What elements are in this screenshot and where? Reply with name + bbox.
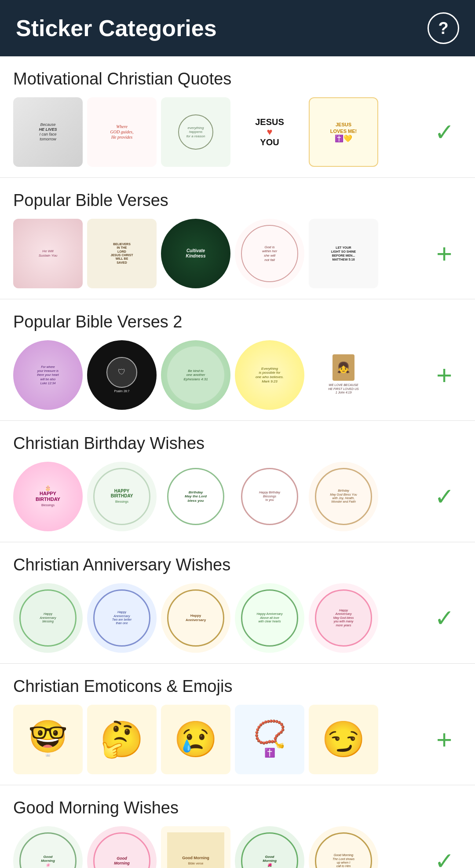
sticker-item[interactable]: CultivateKindness <box>161 219 230 288</box>
category-popular-bible-verses: Popular Bible Verses He WillSustain You … <box>0 178 475 299</box>
category-motivational-christian: Motivational Christian Quotes BecauseHE … <box>0 56 475 178</box>
sticker-item[interactable]: 😏 <box>309 705 378 774</box>
sticker-item[interactable]: GoodMorning <box>87 826 157 868</box>
checkmark-icon: ✓ <box>435 604 454 632</box>
checkmark-icon: ✓ <box>435 847 454 868</box>
sticker-item[interactable]: WhereGOD guides,He provides <box>87 97 157 167</box>
sticker-item[interactable]: everythinghappensfor a reason <box>161 97 230 167</box>
checkmark-icon: ✓ <box>435 483 454 511</box>
sticker-item[interactable]: HappyAnniversary <box>161 583 230 653</box>
app-header: Sticker Categories ? <box>0 0 475 56</box>
sticker-row-5: HappyAnniversaryblessing HappyAnniversar… <box>13 583 462 653</box>
category-christian-emoticons: Christian Emoticons & Emojis 🤓 📖 🤔 😢 📿 ✝… <box>0 664 475 785</box>
sticker-item[interactable]: 🤓 📖 <box>13 705 83 774</box>
sticker-item[interactable]: He WillSustain You <box>13 219 83 288</box>
category-title-7: Good Morning Wishes <box>13 798 462 817</box>
sticker-item[interactable]: Good Morning Bible verse <box>161 826 230 868</box>
sticker-item[interactable]: 📿 ✝️ <box>235 705 304 774</box>
sticker-item[interactable]: HAPPYBIRTHDAY Blessings <box>87 462 157 531</box>
category-title-6: Christian Emoticons & Emojis <box>13 677 462 696</box>
category-status-check-1[interactable]: ✓ <box>427 118 462 146</box>
sticker-item[interactable]: 🤔 <box>87 705 157 774</box>
sticker-item[interactable]: HappyAnniversaryMay God blessyou with ma… <box>309 583 378 653</box>
sticker-item[interactable]: GoodMorning🌺 <box>235 826 304 868</box>
sticker-row-1: BecauseHE LIVESI can facetomorrow WhereG… <box>13 97 462 167</box>
sticker-item[interactable]: Everythingis possible forone who believe… <box>235 340 304 410</box>
category-title-2: Popular Bible Verses <box>13 191 462 210</box>
category-good-morning: Good Morning Wishes GoodMorning🌸 GoodMor… <box>0 785 475 868</box>
category-status-plus-2[interactable]: + <box>427 240 462 267</box>
sticker-item[interactable]: Happy AnniversaryAbove all lovewith clea… <box>235 583 304 653</box>
sticker-item[interactable]: HappyAnniversaryblessing <box>13 583 83 653</box>
category-title-5: Christian Anniversary Wishes <box>13 555 462 574</box>
sticker-item[interactable]: HappyAnniversaryTwo are betterthan one <box>87 583 157 653</box>
sticker-item[interactable]: BirthdayMay the Lordbless you <box>161 462 230 531</box>
category-status-check-5[interactable]: ✓ <box>427 604 462 632</box>
sticker-item[interactable]: God iswithin hershe willnot fall <box>235 219 304 288</box>
sticker-row-3: For whereyour treasure isthere your hear… <box>13 340 462 410</box>
category-title-1: Motivational Christian Quotes <box>13 70 462 88</box>
sticker-row-4: 🎂HAPPYBIRTHDAY Blessings HAPPYBIRTHDAY B… <box>13 462 462 531</box>
sticker-item[interactable]: 🛡 Psalm 28:7 <box>87 340 157 410</box>
sticker-item[interactable]: LET YOURLIGHT SO SHINEBEFORE MEN...MATTH… <box>309 219 378 288</box>
sticker-item[interactable]: Happy BirthdayBlessingsto you <box>235 462 304 531</box>
sticker-item[interactable]: GoodMorning🌸 <box>13 826 83 868</box>
sticker-item[interactable]: Be kind toone anotherEphesians 4:31 <box>161 340 230 410</box>
plus-icon: + <box>436 361 452 389</box>
plus-icon: + <box>436 726 452 753</box>
sticker-item[interactable]: 🎂HAPPYBIRTHDAY Blessings <box>13 462 83 531</box>
sticker-row-6: 🤓 📖 🤔 😢 📿 ✝️ 😏 + <box>13 705 462 774</box>
category-christian-anniversary: Christian Anniversary Wishes HappyAnnive… <box>0 542 475 664</box>
sticker-row-2: He WillSustain You BELIEVERSIN THELORDJE… <box>13 219 462 288</box>
category-popular-bible-verses-2: Popular Bible Verses 2 For whereyour tre… <box>0 299 475 421</box>
sticker-row-7: GoodMorning🌸 GoodMorning Good Morning Bi… <box>13 826 462 868</box>
sticker-item[interactable]: JESUSLOVES ME! ✝️💛 <box>309 97 378 167</box>
category-status-plus-6[interactable]: + <box>427 726 462 753</box>
category-status-plus-3[interactable]: + <box>427 361 462 389</box>
sticker-item[interactable]: 😢 <box>161 705 230 774</box>
category-christian-birthday: Christian Birthday Wishes 🎂HAPPYBIRTHDAY… <box>0 421 475 542</box>
help-icon: ? <box>438 20 448 37</box>
help-button[interactable]: ? <box>428 12 459 44</box>
sticker-item[interactable]: BecauseHE LIVESI can facetomorrow <box>13 97 83 167</box>
sticker-item[interactable]: BELIEVERSIN THELORDJESUS CHRISTWILL BESA… <box>87 219 157 288</box>
sticker-item[interactable]: JESUS♥YOU <box>235 97 304 167</box>
category-status-check-4[interactable]: ✓ <box>427 483 462 511</box>
page-title: Sticker Categories <box>16 15 217 41</box>
category-title-4: Christian Birthday Wishes <box>13 434 462 453</box>
sticker-item[interactable]: 👧 WE LOVE BECAUSEHE FIRST LOVED US1 John… <box>309 340 378 410</box>
sticker-item[interactable]: For whereyour treasure isthere your hear… <box>13 340 83 410</box>
sticker-item[interactable]: Good MorningThe Lord showsup when Icall … <box>309 826 378 868</box>
plus-icon: + <box>436 240 452 267</box>
checkmark-icon: ✓ <box>435 118 454 146</box>
category-status-check-7[interactable]: ✓ <box>427 847 462 868</box>
sticker-item[interactable]: BirthdayMay God Bless Youwith Joy, Healt… <box>309 462 378 531</box>
category-title-3: Popular Bible Verses 2 <box>13 313 462 331</box>
